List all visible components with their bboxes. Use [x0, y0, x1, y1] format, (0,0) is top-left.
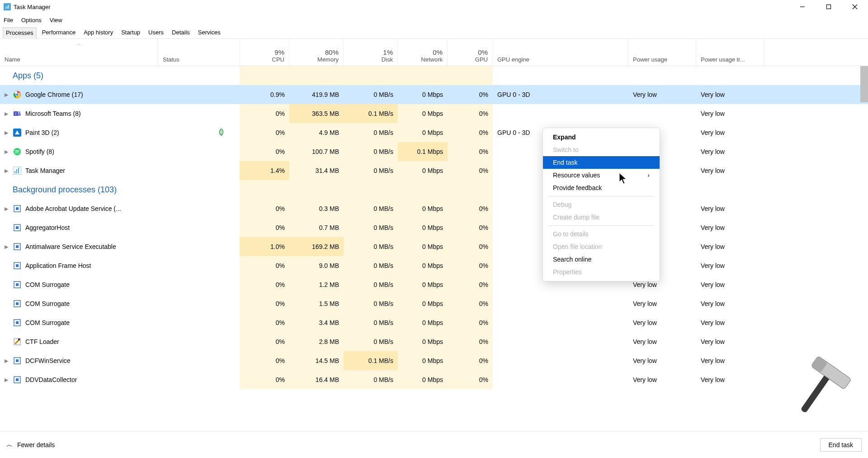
expand-icon[interactable]: ▶ [5, 111, 13, 117]
col-status[interactable]: Status [158, 39, 240, 66]
tab-services[interactable]: Services [195, 27, 223, 38]
process-name: Adobe Acrobat Update Service (... [25, 205, 121, 212]
svg-rect-5 [827, 5, 831, 9]
row-ctf[interactable]: CTF Loader0%2.8 MB0 MB/s0 Mbps0%Very low… [0, 332, 868, 351]
bottom-bar: ︿ Fewer details End task [0, 431, 868, 458]
expand-icon[interactable]: ▶ [5, 168, 13, 174]
expand-icon[interactable]: ▶ [5, 206, 13, 212]
col-cpu[interactable]: 9%CPU [240, 39, 289, 66]
tab-processes[interactable]: Processes [3, 27, 37, 38]
svg-point-10 [16, 93, 19, 96]
col-disk[interactable]: 1%Disk [344, 39, 398, 66]
end-task-button[interactable]: End task [820, 438, 862, 452]
col-gpu[interactable]: 0%GPU [448, 39, 493, 66]
svg-rect-41 [16, 378, 19, 381]
process-name: COM Surrogate [25, 300, 70, 307]
row-com1[interactable]: COM Surrogate0%1.2 MB0 MB/s0 Mbps0%Very … [0, 275, 868, 294]
svg-rect-42 [800, 372, 831, 413]
chevron-right-icon: › [647, 172, 650, 179]
svg-rect-33 [16, 302, 19, 305]
process-name: Google Chrome (17) [25, 91, 83, 98]
tab-users[interactable]: Users [146, 27, 166, 38]
row-adobe[interactable]: ▶Adobe Acrobat Update Service (...0%0.3 … [0, 199, 868, 218]
ctx-open-file-location: Open file location [543, 240, 660, 253]
menu-file[interactable]: File [4, 17, 13, 24]
window-title: Task Manager [14, 4, 51, 10]
leaf-status-icon [217, 128, 226, 137]
svg-rect-37 [18, 339, 20, 340]
process-name: Application Frame Host [25, 262, 91, 269]
row-google-chrome[interactable]: ▶ Google Chrome (17) 0.9% 419.9 MB 0 MB/… [0, 85, 868, 104]
row-dcfw[interactable]: ▶DCFWinService0%14.5 MB0.1 MB/s0 Mbps0%V… [0, 351, 868, 370]
process-name: Task Manager [25, 167, 65, 174]
menu-view[interactable]: View [50, 17, 62, 24]
col-memory[interactable]: 80%Memory [289, 39, 344, 66]
ctx-search-online[interactable]: Search online [543, 253, 660, 266]
hammer-watermark-icon [782, 349, 859, 426]
row-antim[interactable]: ▶Antimalware Service Executable1.0%169.2… [0, 237, 868, 256]
process-name: Antimalware Service Executable [25, 243, 116, 250]
task-manager-icon [13, 166, 22, 175]
generic-process-icon [13, 242, 22, 251]
group-background[interactable]: Background processes (103) [0, 180, 868, 199]
col-power-usage-trend[interactable]: Power usage tr... [696, 39, 764, 66]
ctx-create-dump: Create dump file [543, 211, 660, 224]
process-name: DDVDataCollector [25, 376, 77, 383]
tab-details[interactable]: Details [169, 27, 193, 38]
menu-options[interactable]: Options [21, 17, 42, 24]
row-agg[interactable]: AggregatorHost0%0.7 MB0 MB/s0 Mbps0%Very… [0, 218, 868, 237]
minimize-button[interactable] [789, 0, 816, 14]
row-spotify[interactable]: ▶ Spotify (8) 0% 100.7 MB 0 MB/s 0.1 Mbp… [0, 142, 868, 161]
generic-process-icon [13, 299, 22, 308]
svg-rect-29 [16, 264, 19, 267]
row-paint-3d[interactable]: ▶ Paint 3D (2) 0% 4.9 MB 0 MB/s 0 Mbps 0… [0, 123, 868, 142]
svg-rect-1 [5, 7, 6, 9]
col-network[interactable]: 0%Network [398, 39, 448, 66]
ctx-provide-feedback[interactable]: Provide feedback [543, 181, 660, 194]
generic-process-icon [13, 280, 22, 289]
process-name: Spotify (8) [25, 148, 54, 155]
fewer-details-button[interactable]: ︿ Fewer details [6, 441, 55, 449]
row-task-manager[interactable]: ▶ Task Manager 1.4% 31.4 MB 0 MB/s 0 Mbp… [0, 161, 868, 180]
expand-icon[interactable]: ▶ [5, 358, 13, 364]
expand-icon[interactable]: ▶ [5, 92, 13, 98]
row-afh[interactable]: Application Frame Host0%9.0 MB0 MB/s0 Mb… [0, 256, 868, 275]
ctx-expand[interactable]: Expand [543, 131, 660, 143]
ctx-end-task[interactable]: End task [543, 156, 660, 169]
process-name: COM Surrogate [25, 319, 70, 326]
row-ddv[interactable]: ▶DDVDataCollector0%16.4 MB0 MB/s0 Mbps0%… [0, 370, 868, 389]
svg-rect-23 [16, 207, 19, 210]
process-name: Microsoft Teams (8) [25, 110, 81, 117]
generic-process-icon [13, 318, 22, 327]
expand-icon[interactable]: ▶ [5, 149, 13, 155]
svg-rect-25 [16, 226, 19, 229]
svg-rect-31 [16, 283, 19, 286]
col-gpu-engine[interactable]: GPU engine [493, 39, 628, 66]
tab-startup[interactable]: Startup [118, 27, 143, 38]
ctx-resource-values[interactable]: Resource values› [543, 169, 660, 181]
ctx-separator [548, 196, 654, 196]
task-manager-icon [4, 3, 11, 10]
row-com2[interactable]: COM Surrogate0%1.5 MB0 MB/s0 Mbps0%Very … [0, 294, 868, 313]
col-power-usage[interactable]: Power usage [628, 39, 696, 66]
col-name[interactable]: ︿ Name [0, 39, 158, 66]
close-button[interactable] [842, 0, 868, 14]
tab-app-history[interactable]: App history [81, 27, 116, 38]
expand-icon[interactable]: ▶ [5, 377, 13, 383]
generic-process-icon [13, 356, 22, 365]
generic-process-icon [13, 261, 22, 270]
row-microsoft-teams[interactable]: ▶ T Microsoft Teams (8) 0% 363.5 MB 0.1 … [0, 104, 868, 123]
vertical-scrollbar-thumb[interactable] [860, 66, 868, 102]
ctx-separator [548, 225, 654, 226]
chrome-icon [13, 90, 22, 99]
teams-icon: T [13, 109, 22, 118]
svg-rect-3 [8, 5, 9, 9]
row-com3[interactable]: COM Surrogate0%3.4 MB0 MB/s0 Mbps0%Very … [0, 313, 868, 332]
maximize-button[interactable] [816, 0, 842, 14]
tab-performance[interactable]: Performance [39, 27, 78, 38]
expand-icon[interactable]: ▶ [5, 130, 13, 136]
group-apps[interactable]: Apps (5) [0, 66, 868, 85]
svg-rect-14 [18, 113, 21, 116]
expand-icon[interactable]: ▶ [5, 244, 13, 250]
process-name: Paint 3D (2) [25, 129, 59, 136]
